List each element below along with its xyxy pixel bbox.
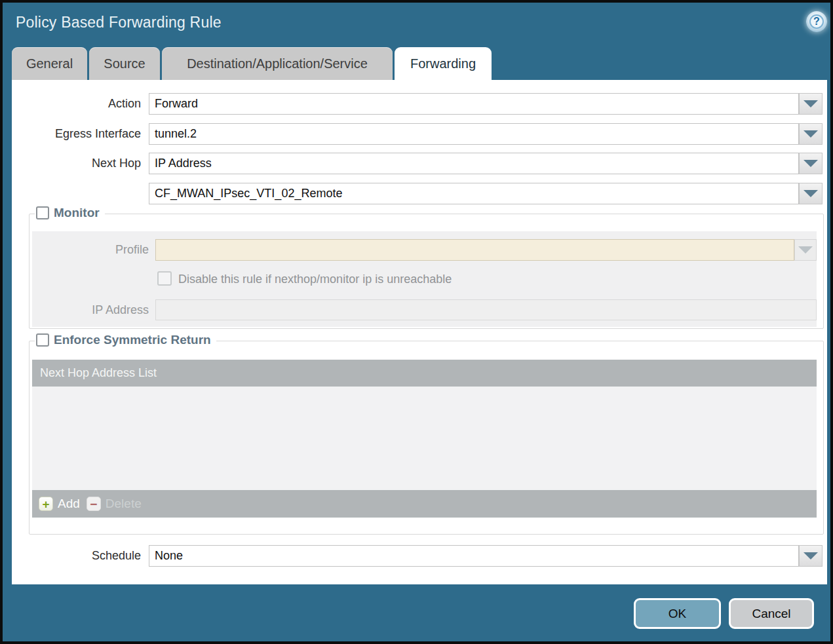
next-hop-address-dropdown-button[interactable]	[799, 183, 823, 204]
tab-general[interactable]: General	[12, 47, 87, 80]
enforce-symmetric-return-checkbox[interactable]	[36, 333, 49, 347]
action-dropdown-button[interactable]	[799, 93, 823, 115]
forwarding-tab-panel: Action Egress Interface Next Hop Monitor	[12, 80, 827, 584]
egress-interface-dropdown-button[interactable]	[799, 123, 823, 145]
delete-button: − Delete	[87, 497, 142, 511]
help-icon-glyph: ?	[809, 14, 824, 29]
tab-forwarding[interactable]: Forwarding	[395, 47, 492, 81]
chevron-down-icon	[804, 160, 818, 167]
monitor-legend: Monitor	[35, 206, 105, 220]
next-hop-address-list-body[interactable]	[32, 387, 817, 490]
monitor-fieldset: Monitor Profile Disable this rule if nex…	[29, 214, 824, 329]
monitor-legend-label: Monitor	[54, 206, 100, 220]
monitor-profile-input	[155, 239, 794, 261]
monitor-ip-address-input	[155, 299, 817, 320]
tab-general-label: General	[26, 56, 73, 71]
next-hop-type-input[interactable]	[149, 153, 799, 174]
tab-destination-application-service[interactable]: Destination/Application/Service	[162, 47, 393, 80]
schedule-input[interactable]	[149, 545, 799, 567]
monitor-profile-dropdown-button	[794, 239, 817, 261]
next-hop-address-list-toolbar: + Add − Delete	[32, 490, 817, 518]
tab-destination-label: Destination/Application/Service	[187, 56, 368, 71]
chevron-down-icon	[804, 130, 818, 138]
tab-forwarding-label: Forwarding	[410, 56, 476, 71]
add-button-label: Add	[58, 497, 80, 511]
chevron-down-icon	[804, 100, 818, 107]
chevron-down-icon	[804, 552, 818, 559]
enforce-symmetric-return-legend: Enforce Symmetric Return	[35, 333, 216, 347]
next-hop-address-list-header: Next Hop Address List	[32, 360, 817, 387]
add-button[interactable]: + Add	[39, 497, 80, 511]
minus-icon: −	[87, 497, 101, 511]
disable-rule-label: Disable this rule if nexthop/monitor ip …	[178, 273, 452, 286]
delete-button-label: Delete	[106, 497, 142, 511]
schedule-dropdown-button[interactable]	[799, 545, 823, 567]
monitor-checkbox[interactable]	[36, 206, 49, 219]
schedule-label: Schedule	[12, 545, 141, 567]
cancel-button[interactable]: Cancel	[729, 598, 814, 629]
next-hop-address-input[interactable]	[149, 183, 799, 204]
egress-interface-input[interactable]	[149, 123, 799, 145]
disable-rule-checkbox	[157, 271, 172, 286]
next-hop-address-list-header-label: Next Hop Address List	[40, 366, 157, 380]
plus-icon: +	[39, 497, 53, 511]
chevron-down-icon	[798, 246, 813, 254]
chevron-down-icon	[804, 190, 818, 197]
tab-source-label: Source	[104, 56, 145, 71]
ok-button-label: OK	[668, 607, 686, 621]
next-hop-label: Next Hop	[12, 153, 141, 174]
next-hop-type-dropdown-button[interactable]	[799, 153, 823, 174]
monitor-profile-label: Profile	[32, 239, 149, 261]
tab-source[interactable]: Source	[89, 47, 160, 80]
action-input[interactable]	[149, 93, 799, 115]
dialog-title: Policy Based Forwarding Rule	[16, 14, 222, 31]
help-icon[interactable]: ?	[806, 11, 827, 32]
ok-button[interactable]: OK	[634, 598, 721, 629]
egress-interface-label: Egress Interface	[12, 123, 141, 145]
action-label: Action	[12, 93, 141, 115]
pbf-rule-dialog: Policy Based Forwarding Rule ? General S…	[0, 0, 833, 644]
monitor-panel: Profile Disable this rule if nexthop/mon…	[32, 231, 817, 327]
monitor-ip-address-label: IP Address	[32, 299, 149, 321]
enforce-symmetric-return-label: Enforce Symmetric Return	[54, 333, 211, 347]
enforce-symmetric-return-fieldset: Enforce Symmetric Return Next Hop Addres…	[29, 341, 824, 535]
cancel-button-label: Cancel	[752, 607, 790, 621]
